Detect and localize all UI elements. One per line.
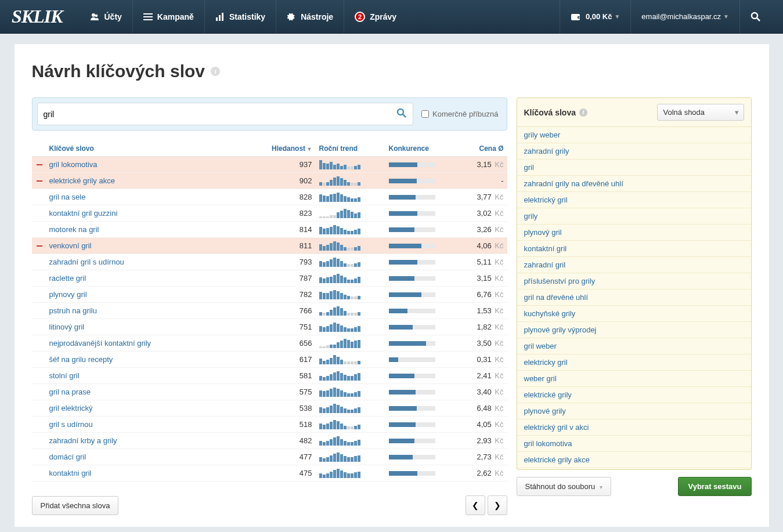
keyword-search-input[interactable] <box>44 110 397 119</box>
keyword-list-item[interactable]: gril weber <box>517 338 751 354</box>
choose-set-button[interactable]: Vybrat sestavu <box>678 477 751 496</box>
add-button[interactable] <box>35 226 44 234</box>
keyword-cell[interactable]: stolní gril <box>46 371 252 380</box>
keywords-list[interactable]: grily weberzahradní grilygrilzahradní gr… <box>517 127 751 469</box>
keyword-cell[interactable]: domácí gril <box>46 453 252 461</box>
add-all-button[interactable]: Přidat všechna slova <box>32 496 119 515</box>
commercial-checkbox[interactable] <box>421 110 429 118</box>
keyword-cell[interactable]: gril elektrický <box>46 404 252 412</box>
col-hledanost[interactable]: Hledanost <box>252 144 316 153</box>
keyword-cell[interactable]: zahradní gril s udírnou <box>46 258 252 266</box>
wallet[interactable]: 0,00 Kč ▼ <box>560 0 630 34</box>
topbar: SKLIK Účty Kampaně Statistiky Nástroje 2… <box>0 0 783 34</box>
left-bottom-bar: Přidat všechna slova ❮ ❯ <box>32 488 507 515</box>
match-type-dropdown[interactable]: Volná shoda <box>657 104 744 121</box>
info-icon[interactable]: i <box>579 108 587 117</box>
add-button[interactable] <box>35 258 44 266</box>
col-cena[interactable]: Cena Ø <box>455 144 507 153</box>
add-button[interactable] <box>35 209 44 218</box>
nav-ucty[interactable]: Účty <box>80 0 132 33</box>
keyword-cell[interactable]: gril s udírnou <box>46 420 252 429</box>
trend-sparkline <box>319 453 382 462</box>
keyword-list-item[interactable]: gril na dřevěné uhlí <box>517 289 751 306</box>
add-button[interactable] <box>35 339 44 348</box>
keyword-list-item[interactable]: plynový gril <box>517 225 751 241</box>
add-button[interactable] <box>35 421 44 429</box>
keyword-cell[interactable]: kontaktní gril guzzini <box>46 209 252 218</box>
keyword-cell[interactable]: gril na prase <box>46 388 252 396</box>
add-button[interactable] <box>35 437 44 445</box>
price-cell: 3,15 Kč <box>455 274 507 283</box>
keyword-list-item[interactable]: elektrické grily <box>517 387 751 403</box>
keyword-list-item[interactable]: weber gril <box>517 371 751 387</box>
pager-prev[interactable]: ❮ <box>466 495 485 515</box>
keyword-cell[interactable]: motorek na gril <box>46 225 252 234</box>
commercial-checkbox-label[interactable]: Komerčně příbuzná <box>421 110 498 118</box>
keyword-cell[interactable]: nejprodávanější kontaktní grily <box>46 339 252 348</box>
keyword-cell[interactable]: plynovy gril <box>46 290 252 299</box>
col-konkurence[interactable]: Konkurence <box>385 144 455 153</box>
keyword-list-item[interactable]: plynové grily <box>517 403 751 419</box>
keyword-list-item[interactable]: elektrický gril v akci <box>517 419 751 436</box>
nav-zpravy[interactable]: 2 Zprávy <box>344 0 407 33</box>
keyword-list-item[interactable]: elektrický gril <box>517 192 751 208</box>
nav-kampane[interactable]: Kampaně <box>133 0 205 33</box>
keyword-cell[interactable]: zahradní krby a grily <box>46 436 252 445</box>
add-button[interactable] <box>35 274 44 283</box>
keyword-cell[interactable]: pstruh na grilu <box>46 306 252 315</box>
price-cell: 6,76 Kč <box>455 290 507 299</box>
add-button[interactable] <box>35 291 44 299</box>
keyword-list-item[interactable]: gril lokomotiva <box>517 436 751 452</box>
keyword-list-item[interactable]: elektrické grily akce <box>517 452 751 468</box>
nav-statistiky[interactable]: Statistiky <box>205 0 276 33</box>
nav-nastroje[interactable]: Nástroje <box>276 0 344 33</box>
add-button[interactable] <box>35 404 44 412</box>
layout: Komerčně příbuzná Klíčové slovo Hledanos… <box>32 97 752 515</box>
keyword-list-item[interactable]: elektricky gril <box>517 354 751 371</box>
right-bottom-bar: Stáhnout do souboru ▾ Vybrat sestavu <box>517 477 752 496</box>
keyword-list-item[interactable]: venkovní gril <box>517 468 751 469</box>
remove-button[interactable] <box>35 161 44 169</box>
add-button[interactable] <box>35 372 44 380</box>
keyword-cell[interactable]: šéf na grilu recepty <box>46 355 252 364</box>
add-button[interactable] <box>35 388 44 396</box>
remove-button[interactable] <box>35 242 44 250</box>
keyword-list-item[interactable]: příslušenství pro grily <box>517 273 751 289</box>
keyword-list-item[interactable]: zahradní gril <box>517 257 751 273</box>
keyword-cell[interactable]: kontaktni gril <box>46 469 252 477</box>
add-button[interactable] <box>35 453 44 461</box>
keyword-list-item[interactable]: plynové grily výprodej <box>517 322 751 338</box>
col-trend[interactable]: Roční trend <box>316 144 385 153</box>
user-menu[interactable]: email@michalkaspar.cz ▼ <box>630 0 739 34</box>
add-button[interactable] <box>35 323 44 331</box>
keyword-list-item[interactable]: gril <box>517 160 751 176</box>
col-kw[interactable]: Klíčové slovo <box>46 144 252 153</box>
keyword-cell[interactable]: venkovní gril <box>46 241 252 250</box>
keyword-cell[interactable]: gril na sele <box>46 193 252 201</box>
add-button[interactable] <box>35 193 44 201</box>
nav-kampane-label: Kampaně <box>157 12 194 21</box>
add-button[interactable] <box>35 356 44 364</box>
keyword-list-item[interactable]: grily weber <box>517 127 751 143</box>
keyword-cell[interactable]: raclette gril <box>46 274 252 283</box>
add-button[interactable] <box>35 469 44 477</box>
keyword-cell[interactable]: gril lokomotiva <box>46 160 252 169</box>
competition-bar <box>389 390 435 395</box>
keyword-cell[interactable]: elektrické grily akce <box>46 176 252 185</box>
pager-next[interactable]: ❯ <box>488 495 507 515</box>
table-row: kontaktní gril guzzini8233,02 Kč <box>32 205 507 222</box>
download-button[interactable]: Stáhnout do souboru ▾ <box>517 477 611 496</box>
search-button[interactable] <box>396 108 407 120</box>
keyword-cell[interactable]: litinový gril <box>46 323 252 331</box>
topbar-search[interactable] <box>739 0 771 34</box>
keyword-list-item[interactable]: zahradní grily <box>517 143 751 160</box>
keyword-list-item[interactable]: grily <box>517 208 751 225</box>
keyword-list-item[interactable]: zahradní grily na dřevěné uhlí <box>517 176 751 192</box>
info-icon[interactable]: i <box>211 67 220 76</box>
keyword-list-item[interactable]: kontaktní gril <box>517 241 751 257</box>
add-button[interactable] <box>35 307 44 315</box>
price-cell: 0,31 Kč <box>455 355 507 364</box>
remove-button[interactable] <box>35 177 44 185</box>
table-header: Klíčové slovo Hledanost Roční trend Konk… <box>32 141 507 157</box>
keyword-list-item[interactable]: kuchyňské grily <box>517 306 751 322</box>
